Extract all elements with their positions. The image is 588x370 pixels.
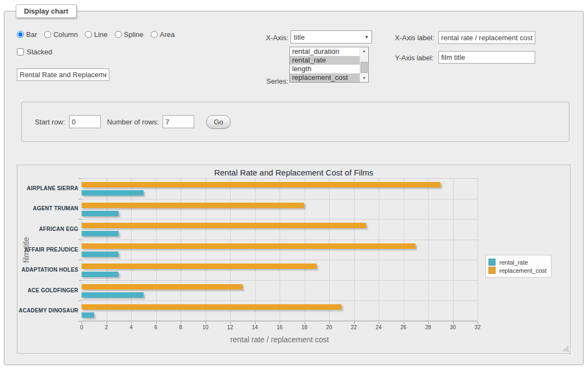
scroll-down-button[interactable]: ▼ (360, 74, 368, 82)
gridline (82, 219, 478, 220)
gridline (107, 178, 107, 321)
x-tick-label: 8 (172, 324, 189, 330)
x-tick-label: 28 (420, 324, 436, 330)
listbox-scrollbar[interactable]: ▲ ▼ (360, 47, 368, 82)
y-tick-mark (79, 199, 82, 199)
y-tick-label: AFRICAN EGG (18, 226, 78, 232)
start-row-label: Start row: (35, 118, 65, 126)
x-tick-mark (305, 322, 305, 324)
bar-replacement_cost-airplane-sierra (82, 182, 441, 187)
x-tick-label: 20 (321, 324, 337, 330)
chart-type-radio-column[interactable] (44, 31, 51, 38)
chart-type-radio-bar[interactable] (17, 31, 24, 38)
chart-type-option-bar[interactable]: Bar (17, 30, 37, 39)
y-axis-label-field-label: Y-Axis label: (395, 54, 434, 62)
series-option-replacement_cost[interactable]: replacement_cost (290, 73, 360, 82)
chart-type-radio-spline[interactable] (115, 31, 122, 38)
gridline (82, 260, 478, 260)
x-tick-label: 4 (123, 324, 139, 330)
y-tick-label: ACE GOLDFINGER (18, 287, 78, 293)
bar-replacement_cost-african-egg (82, 223, 366, 228)
chart-type-label: Bar (26, 30, 37, 39)
x-axis-select-value: title (294, 33, 305, 41)
chart-type-radio-line[interactable] (85, 31, 92, 38)
legend-label: rental_rate (499, 259, 528, 266)
series-option-length[interactable]: length (290, 65, 360, 73)
y-tick-mark (79, 260, 82, 260)
bar-rental_rate-african-egg (82, 231, 119, 236)
scroll-thumb[interactable] (361, 62, 368, 73)
start-row-input[interactable] (69, 115, 101, 128)
series-option-rental_duration[interactable]: rental_duration (290, 47, 360, 56)
gridline (428, 178, 429, 321)
legend-label: replacement_cost (499, 267, 547, 274)
legend-item: replacement_cost (488, 267, 547, 274)
y-tick-label: AIRPLANE SIERRA (18, 185, 78, 191)
x-tick-label: 24 (370, 324, 387, 330)
panel-legend: Display chart (16, 4, 77, 18)
y-axis-label-input[interactable] (438, 51, 535, 64)
resize-grip-icon[interactable] (562, 346, 568, 352)
x-axis-title: rental rate / replacement cost (82, 335, 478, 344)
legend-item: rental_rate (488, 259, 547, 266)
x-tick-label: 14 (247, 324, 263, 330)
x-tick-mark (131, 322, 132, 324)
scroll-up-button[interactable]: ▲ (360, 47, 368, 55)
y-tick-mark (79, 300, 82, 301)
x-tick-label: 16 (271, 324, 288, 330)
chart-type-radio-area[interactable] (151, 31, 158, 38)
plot-area (82, 178, 478, 321)
chart-type-option-line[interactable]: Line (85, 30, 108, 39)
gridline (354, 178, 355, 321)
display-chart-panel: Display chart BarColumnLineSplineArea St… (4, 11, 584, 365)
x-tick-label: 18 (296, 324, 313, 330)
x-axis-label-field-label: X-Axis label: (395, 34, 434, 42)
x-axis-label-input[interactable] (438, 31, 535, 44)
bar-replacement_cost-academy-dinosaur (82, 304, 342, 310)
x-tick-label: 32 (469, 324, 486, 330)
number-of-rows-input[interactable] (163, 115, 194, 128)
series-listbox[interactable]: rental_durationrental_ratelengthreplacem… (289, 47, 369, 83)
y-tick-label: AGENT TRUMAN (18, 205, 78, 211)
gridline (82, 178, 478, 179)
gridline (82, 240, 478, 240)
y-tick-label: ADAPTATION HOLES (18, 267, 78, 273)
chart-type-option-column[interactable]: Column (44, 30, 78, 39)
y-tick-mark (79, 178, 82, 179)
bar-rental_rate-airplane-sierra (82, 190, 144, 196)
x-tick-mark (428, 322, 429, 324)
x-tick-mark (181, 322, 181, 324)
chart-type-option-spline[interactable]: Spline (115, 30, 144, 39)
stacked-checkbox[interactable] (17, 48, 24, 55)
x-tick-label: 6 (148, 324, 164, 330)
bar-rental_rate-agent-truman (82, 211, 119, 216)
go-button[interactable]: Go (206, 115, 231, 129)
y-tick-mark (79, 219, 82, 220)
stacked-option[interactable]: Stacked (17, 48, 52, 56)
gridline (379, 178, 379, 321)
x-tick-label: 22 (346, 324, 362, 330)
x-tick-label: 26 (395, 324, 412, 330)
x-tick-mark (156, 322, 157, 324)
chart-title: Rental Rate and Replacement Cost of Film… (17, 168, 570, 177)
gridline (230, 178, 231, 321)
x-tick-label: 0 (73, 324, 90, 330)
chart-title-input[interactable] (17, 68, 109, 81)
series-options: rental_durationrental_ratelengthreplacem… (290, 47, 360, 82)
chart-type-label: Column (53, 30, 78, 39)
rows-form: Start row: Number of rows: Go (21, 102, 570, 142)
x-tick-mark (404, 322, 404, 324)
x-axis-select[interactable]: title ▼ (290, 30, 372, 43)
gridline (478, 178, 478, 321)
bar-replacement_cost-affair-prejudice (82, 243, 416, 249)
x-tick-label: 2 (98, 324, 115, 330)
rental_rate-swatch-icon (488, 259, 496, 266)
page: Display chart BarColumnLineSplineArea St… (0, 0, 588, 370)
series-option-rental_rate[interactable]: rental_rate (290, 56, 360, 65)
x-tick-mark (329, 322, 330, 324)
gridline (305, 178, 305, 321)
series-field-label: Series: (238, 77, 288, 85)
gridline (255, 178, 256, 321)
x-tick-mark (107, 322, 107, 324)
chart-type-option-area[interactable]: Area (151, 30, 175, 39)
